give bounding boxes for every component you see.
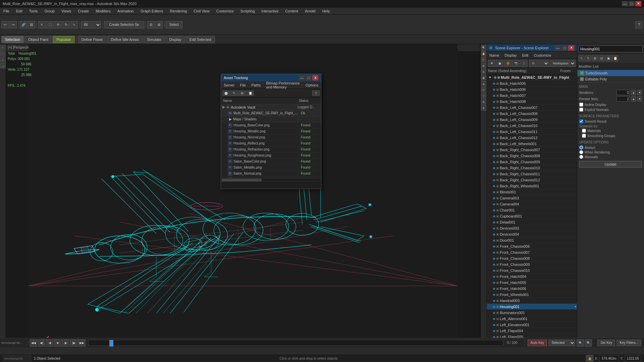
scale-button[interactable]: ⤡ <box>70 21 78 28</box>
key-filters-button[interactable]: Key Filters... <box>616 340 641 346</box>
se-item-front_chassis006[interactable]: ◉ ▣ Front_Chassis006 <box>487 243 577 249</box>
se-item-devices004[interactable]: ◉ ▣ Devices004 <box>487 231 577 237</box>
menu-item-edit[interactable]: Edit <box>13 8 26 14</box>
se-item-back_left_chassis011[interactable]: ◉ ▣ Back_Left_Chassis011 <box>487 129 577 135</box>
object-name-field[interactable] <box>579 46 643 52</box>
menu-item-help[interactable]: Help <box>319 8 333 14</box>
se-item-chair001[interactable]: ◉ ▣ Chair001 <box>487 207 577 213</box>
maxscript-mini[interactable]: MAXScript Mi <box>3 355 31 362</box>
select-button[interactable]: ↖ <box>38 21 46 28</box>
autokey-button[interactable]: Auto Key <box>528 340 547 346</box>
menu-item-file[interactable]: File <box>0 8 13 14</box>
y-coord[interactable]: 1322,05 <box>625 355 641 362</box>
rt-btn4[interactable]: ⊞ <box>481 63 486 68</box>
undo-button[interactable]: ↩ <box>1 21 9 28</box>
align-button[interactable]: ⊞ <box>155 21 163 28</box>
se-item-left_flaps005[interactable]: ◉ ▣ Left_Flaps005 <box>487 334 577 338</box>
render-iters-up[interactable]: ▲ <box>631 96 636 102</box>
modifier-editable-poly[interactable]: P Editable Poly <box>577 76 644 82</box>
se-tb-1[interactable]: 👁 <box>488 60 495 67</box>
se-menu-display[interactable]: Display <box>502 53 519 58</box>
smooth-result-checkbox[interactable] <box>579 119 583 123</box>
max-file-item[interactable]: M Multi_Role_AEW&C_SE-RMY_in_Flight_max_… <box>221 110 321 116</box>
selected-dropdown[interactable]: Selected <box>548 340 575 346</box>
mirror-button[interactable]: ⊟ <box>147 21 155 28</box>
asset-file-salon_normal-png[interactable]: P Salon_Normal.png Found <box>221 171 321 177</box>
asset-menu-paths[interactable]: Paths <box>249 82 263 88</box>
smoothing-groups-checkbox[interactable] <box>582 134 586 138</box>
se-item-cupboard001[interactable]: ◉ ▣ Cupboard001 <box>487 213 577 219</box>
asset-file-housing_reflect-png[interactable]: P Housing_Reflect.png Found <box>221 140 321 146</box>
tab-define-idle-areas[interactable]: Define Idle Areas <box>107 36 143 43</box>
menu-item-content[interactable]: Content <box>282 8 302 14</box>
manually-radio[interactable] <box>579 155 583 159</box>
se-item-front_chassis009[interactable]: ◉ ▣ Front_Chassis009 <box>487 261 577 267</box>
se-sort-dropdown[interactable]: In <box>529 60 549 67</box>
maximize-button[interactable]: □ <box>629 1 635 6</box>
rt-btn11[interactable]: ⊕ <box>481 105 486 111</box>
create-selection-button[interactable]: Create Selection Se <box>104 21 144 28</box>
lt-btn-3[interactable]: □ <box>0 57 6 62</box>
close-button[interactable]: ✕ <box>635 1 641 6</box>
se-item-left_flaps004[interactable]: ◉ ▣ Left_Flaps004 <box>487 328 577 334</box>
tab-object-paint[interactable]: Object Paint <box>24 36 52 43</box>
menu-item-scripting[interactable]: Scripting <box>237 8 258 14</box>
select-named-button[interactable]: Select <box>166 21 182 28</box>
play-reverse[interactable]: ◀ <box>46 339 53 347</box>
asset-menu-bitmap[interactable]: Bitmap Performance and Memory <box>263 80 303 90</box>
link-button[interactable]: 🔗 <box>20 21 27 28</box>
menu-item-modifiers[interactable]: Modifiers <box>92 8 114 14</box>
se-item-back_right_chassis011[interactable]: ◉ ▣ Back_Right_Chassis011 <box>487 171 577 177</box>
tab-display[interactable]: Display <box>166 36 185 43</box>
se-item-back_left_chassis012[interactable]: ◉ ▣ Back_Left_Chassis012 <box>487 135 577 141</box>
redo-button[interactable]: ↪ <box>9 21 17 28</box>
se-close[interactable]: ✕ <box>568 45 574 51</box>
iterations-down[interactable]: ▼ <box>637 90 642 95</box>
filter-dropdown[interactable]: All <box>81 21 101 28</box>
asset-file-housing_basecolor-png[interactable]: P Housing_BaseColor.png Found <box>221 122 321 128</box>
asset-vault-item[interactable]: ▶ 🏛 Autodesk Vault Logged O... <box>221 104 321 110</box>
se-item-front_hatch004[interactable]: ◉ ▣ Front_Hatch004 <box>487 274 577 280</box>
asset-scrollbar[interactable] <box>221 178 321 181</box>
asset-menu-file[interactable]: File <box>237 82 249 88</box>
se-workspace-dropdown[interactable]: Workspaces: Default <box>550 60 576 67</box>
rt-settings[interactable]: ⚙ <box>481 99 486 105</box>
rotate-button[interactable]: ↻ <box>62 21 70 28</box>
asset-close[interactable]: ✕ <box>312 75 318 80</box>
coord-lock[interactable]: 🔒 <box>586 355 593 362</box>
zoom-in-timeline[interactable]: 🔍 <box>577 339 584 347</box>
menu-item-interactive[interactable]: Interactive <box>258 8 282 14</box>
menu-item-group[interactable]: Group <box>41 8 58 14</box>
se-item-housing001[interactable]: ◉ ▣ Housing001 ✦ <box>487 304 577 310</box>
se-item-back_hatch006[interactable]: ◉ ▣ Back_Hatch006 <box>487 86 577 93</box>
se-item-back_left_wheels001[interactable]: ◉ ▣ Back_Left_Wheels001 <box>487 141 577 147</box>
se-item-door001[interactable]: ◉ ▣ Door001 <box>487 237 577 243</box>
prop-icon-5[interactable]: ▣ <box>605 55 611 61</box>
menu-item-customize[interactable]: Customize <box>213 8 237 14</box>
timeline-slider[interactable] <box>109 340 113 347</box>
asset-minimize[interactable]: — <box>299 75 305 80</box>
se-item-handrail003[interactable]: ◉ ▣ Handrail003 <box>487 298 577 304</box>
play-fwd[interactable]: ▶ <box>62 339 69 347</box>
menu-item-arnold[interactable]: Arnold <box>302 8 319 14</box>
asset-file-salon_basecolor-png[interactable]: P Salon_BaseColor.png Found <box>221 159 321 165</box>
zoom-out-timeline[interactable]: 🔍 <box>585 339 592 347</box>
materials-checkbox[interactable] <box>582 129 586 133</box>
prop-icon-6[interactable]: 📋 <box>612 55 618 61</box>
asset-file-housing_normal-png[interactable]: P Housing_Normal.png Found <box>221 134 321 140</box>
always-radio[interactable] <box>579 145 583 149</box>
se-item-back_left_chassis007[interactable]: ◉ ▣ Back_Left_Chassis007 <box>487 105 577 111</box>
se-item-front_chassis008[interactable]: ◉ ▣ Front_Chassis008 <box>487 255 577 261</box>
se-item-back_right_chassis012[interactable]: ◉ ▣ Back_Right_Chassis012 <box>487 177 577 183</box>
se-item-detail001[interactable]: ◉ ▣ Detail001 <box>487 219 577 225</box>
minimize-button[interactable]: — <box>622 1 628 6</box>
asset-maximize[interactable]: □ <box>306 75 312 80</box>
menu-item-civil-view[interactable]: Civil View <box>190 8 213 14</box>
asset-file-salon_metallic-png[interactable]: P Salon_Metallic.png Found <box>221 165 321 171</box>
se-tb-3[interactable]: 🔆 <box>504 60 512 67</box>
se-item-back_right_chassis009[interactable]: ◉ ▣ Back_Right_Chassis009 <box>487 159 577 165</box>
render-iters-down[interactable]: ▼ <box>637 96 642 102</box>
se-menu-name[interactable]: Name <box>487 53 502 58</box>
se-menu-edit[interactable]: Edit <box>519 53 531 58</box>
when-rendering-radio[interactable] <box>579 150 583 154</box>
